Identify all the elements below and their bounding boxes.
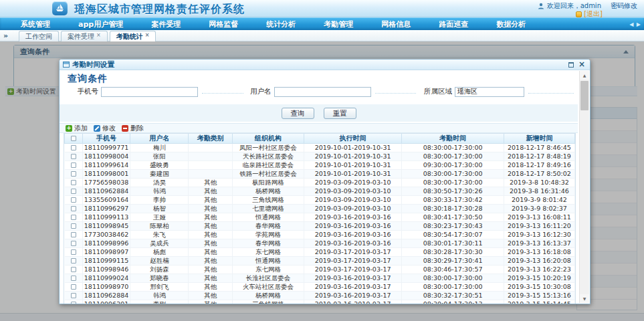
row-checkbox[interactable]	[71, 232, 76, 237]
username-input[interactable]	[274, 87, 371, 97]
table-row[interactable]: 18110998946刘扬森其他东七网格2019-03-17-2019-03-1…	[65, 265, 575, 274]
nav-item[interactable]: 系统管理	[7, 19, 64, 29]
row-checkbox[interactable]	[71, 276, 76, 281]
cell-username: 韩鸿	[130, 292, 189, 300]
delete-button[interactable]: 删除	[122, 124, 144, 133]
scroll-down-icon[interactable]: ▼	[580, 294, 589, 303]
modal-scrollbar[interactable]: ▲ ▼	[579, 71, 589, 303]
row-checkbox[interactable]	[71, 180, 76, 185]
scrollbar-thumb[interactable]	[580, 81, 588, 110]
cell-username: 刘扬森	[130, 265, 189, 274]
modal-titlebar[interactable]: 考勤时间设置 ×	[60, 60, 590, 70]
cell-exec-time: 2019-03-16-2019-03-16	[304, 239, 401, 248]
modal-body: 查询条件 手机号 用户名 所属区域 查询 重置 + 添加 修改	[60, 71, 590, 304]
cell-username: 杨智	[130, 205, 189, 213]
nav-item[interactable]: 考勤管理	[310, 19, 367, 29]
row-checkbox[interactable]	[71, 171, 76, 177]
row-checkbox[interactable]	[71, 163, 76, 168]
table-row[interactable]: 18110998004张阳天长路社区居委会2019-10-01-2019-10-…	[65, 152, 575, 161]
app-header: 瑶海区城市管理网格责任评价系统 欢迎回来，admin 密码修改 [退出]	[0, 0, 644, 17]
nav-item[interactable]: 网格信息	[367, 19, 425, 29]
cell-exec-time: 2019-03-17-2019-03-17	[304, 257, 401, 265]
table-row[interactable]: 18110999113王娅其他恒通网格2019-03-16-2019-03-16…	[65, 213, 575, 222]
cell-added-time: 2019-3-13 16:20:08	[504, 257, 574, 265]
row-checkbox[interactable]	[71, 293, 76, 298]
row-checkbox[interactable]	[71, 189, 76, 194]
row-checkbox[interactable]	[71, 258, 76, 263]
row-checkbox[interactable]	[71, 249, 76, 255]
cell-checkbox	[65, 170, 83, 179]
row-checkbox[interactable]	[71, 154, 76, 159]
cell-category: 其他	[189, 300, 233, 304]
cell-username: 吴成兵	[130, 239, 189, 248]
cell-attendance-time: 08:30:23-17:30:43	[402, 222, 504, 231]
cell-added-time: 2019-3-13 16:18:08	[504, 248, 574, 257]
phone-input[interactable]	[101, 87, 198, 97]
nav-item[interactable]: 案件受理	[137, 19, 195, 29]
row-checkbox[interactable]	[71, 241, 76, 246]
cell-checkbox	[65, 144, 83, 152]
table-row[interactable]: 18110999115赵胜楠其他恒通网格2019-03-17-2019-03-1…	[65, 257, 575, 265]
row-checkbox[interactable]	[71, 197, 76, 203]
table-row[interactable]: 17756598038汤昊其他枞阳路网格2019-03-09-2019-03-1…	[65, 179, 575, 187]
cell-attendance-time: 08:30:00-17:30:00	[402, 152, 504, 161]
cell-organization: 东七网格	[233, 265, 304, 274]
table-row[interactable]: 18110962884韩鸿其他杨桥网格2019-03-09-2019-03-10…	[65, 187, 575, 196]
table-row[interactable]: 18110999024郑晓春其他长淮社区居委会2019-03-16-2019-0…	[65, 274, 575, 283]
search-button[interactable]: 查询	[282, 108, 314, 119]
table-row[interactable]: 18110996297杨智其他七里塘网格2019-03-09-2019-03-1…	[65, 205, 575, 213]
nav-item[interactable]: app用户管理	[64, 19, 137, 29]
reset-button[interactable]: 重置	[324, 108, 356, 119]
table-row[interactable]: 18110962884韩鸿其他杨桥网格2019-03-16-2019-03-17…	[65, 292, 575, 300]
close-icon[interactable]: ×	[578, 62, 585, 68]
modal-controls: ×	[568, 62, 586, 68]
row-checkbox[interactable]	[71, 215, 76, 220]
table-row[interactable]: 18110998945陈翠柏其他春华网格2019-03-16-2019-03-1…	[65, 222, 575, 231]
row-checkbox[interactable]	[71, 223, 76, 229]
row-checkbox[interactable]	[71, 145, 76, 150]
nav-item[interactable]: 数据分析	[482, 19, 540, 29]
table-row[interactable]: 18110998997杨彪其他东七网格2019-03-17-2019-03-17…	[65, 248, 575, 257]
table-row[interactable]: 18110998001秦建国铁路一村社区居委会2019-10-01-2019-1…	[65, 170, 575, 179]
cell-added-time: 2019-3-13 16:08:11	[504, 213, 574, 222]
table-row[interactable]: 18110999771梅川凤阳一村社区居委会2019-10-01-2019-10…	[65, 144, 575, 152]
row-checkbox[interactable]	[71, 284, 76, 290]
change-password-link[interactable]: 密码修改	[611, 1, 637, 11]
attendance-table-body: 18110999771梅川凤阳一村社区居委会2019-10-01-2019-10…	[65, 144, 575, 304]
modal-title: 考勤时间设置	[72, 60, 114, 70]
cell-attendance-time: 08:30:41-17:30:50	[402, 213, 504, 222]
cell-phone: 18110999024	[82, 274, 130, 283]
table-row[interactable]: 18110996291董刚其他三角线网格2019-03-16-2019-03-1…	[65, 300, 575, 304]
cell-username: 韩鸿	[130, 187, 189, 196]
edit-button[interactable]: 修改	[94, 124, 116, 133]
maximize-icon[interactable]	[568, 62, 574, 68]
nav-scroll-arrows[interactable]: ◀ ▶	[629, 21, 641, 27]
cell-attendance-time: 08:30:46-17:30:57	[402, 265, 504, 274]
cell-organization: 东七网格	[233, 248, 304, 257]
area-input[interactable]	[455, 87, 524, 97]
sidebar-expand-icon[interactable]: »	[3, 31, 8, 40]
row-checkbox[interactable]	[71, 206, 76, 211]
table-row[interactable]: 18110999614盛映勇临泉路社区居委会2019-10-01-2019-10…	[65, 161, 575, 170]
nav-item[interactable]: 网格监督	[195, 19, 252, 29]
cell-organization: 火车站社区居委会	[233, 283, 304, 292]
table-row[interactable]: 17730038462朱飞其他学苑网格2019-03-16-2019-03-16…	[65, 231, 575, 239]
nav-item[interactable]: 路面巡查	[425, 19, 482, 29]
table-row[interactable]: 18110998970邢剑飞其他火车站社区居委会2019-03-16-2019-…	[65, 283, 575, 292]
nav-item[interactable]: 统计分析	[252, 19, 310, 29]
scroll-up-icon[interactable]: ▲	[580, 71, 589, 80]
row-checkbox[interactable]	[71, 267, 76, 272]
add-icon: +	[66, 125, 72, 132]
table-row[interactable]: 13355609164李帅其他三角线网格2019-03-09-2019-03-1…	[65, 196, 575, 205]
tab-close-icon[interactable]: ×	[96, 32, 101, 38]
cell-checkbox	[65, 161, 83, 170]
table-row[interactable]: 18110998996吴成兵其他春华网格2019-03-16-2019-03-1…	[65, 239, 575, 248]
tab-attendance-stats[interactable]: 考勤统计 ×	[110, 31, 156, 41]
select-all-checkbox[interactable]	[71, 136, 76, 141]
tab-case-acceptance[interactable]: 案件受理 ×	[61, 31, 108, 41]
tab-close-icon[interactable]: ×	[145, 32, 150, 38]
tab-workspace[interactable]: 工作空间	[19, 31, 59, 41]
row-checkbox[interactable]	[71, 302, 76, 304]
cell-category: 其他	[189, 274, 233, 283]
add-button[interactable]: + 添加	[66, 124, 88, 133]
